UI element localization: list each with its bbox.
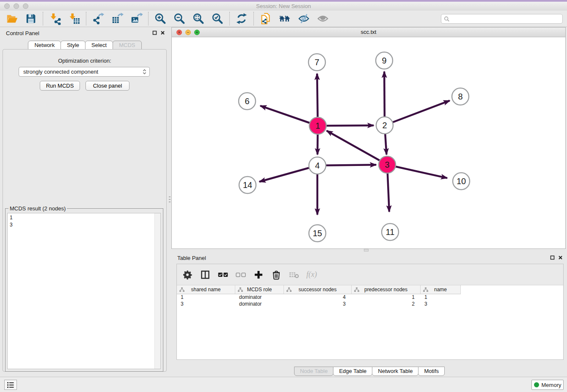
search-field[interactable] bbox=[441, 14, 563, 24]
hide-graphics-details-icon[interactable] bbox=[297, 12, 310, 25]
table-row[interactable]: 1dominator411 bbox=[177, 294, 563, 301]
run-mcds-button[interactable]: Run MCDS bbox=[40, 81, 80, 91]
select-all-columns-icon[interactable] bbox=[217, 269, 228, 280]
table-cell[interactable]: 3 bbox=[284, 301, 352, 307]
tab-motifs[interactable]: Motifs bbox=[418, 367, 445, 376]
tab-edge-table[interactable]: Edge Table bbox=[333, 367, 372, 376]
zoom-fit-icon[interactable] bbox=[192, 12, 205, 25]
table-panel-title: Table Panel bbox=[177, 255, 206, 261]
float-table-panel-icon[interactable] bbox=[550, 255, 555, 260]
table-cell[interactable]: 1 bbox=[177, 294, 235, 300]
export-image-icon[interactable] bbox=[130, 12, 143, 25]
graph-node-1[interactable]: 1 bbox=[309, 117, 326, 134]
graph-edge-1-6[interactable] bbox=[260, 106, 318, 126]
control-panel-title: Control Panel bbox=[6, 30, 39, 36]
table-cell[interactable]: 3 bbox=[177, 301, 235, 307]
svg-text:8: 8 bbox=[458, 92, 462, 101]
network-canvas[interactable]: 1234678910111415 bbox=[172, 37, 565, 248]
column-header-shared-name[interactable]: shared name bbox=[177, 285, 235, 294]
column-header-mcds-role[interactable]: MCDS role bbox=[235, 285, 284, 294]
close-window-button[interactable] bbox=[4, 3, 10, 9]
task-history-button[interactable] bbox=[4, 380, 17, 390]
tab-network[interactable]: Network bbox=[28, 41, 61, 50]
table-cell[interactable]: dominator bbox=[235, 294, 284, 300]
window-controls[interactable] bbox=[4, 3, 28, 9]
node-table: f(x) shared nameMCDS rolesuccessor nodes… bbox=[176, 264, 564, 360]
zoom-in-icon[interactable] bbox=[154, 12, 167, 25]
graph-node-7[interactable]: 7 bbox=[308, 54, 325, 71]
maximize-window-button[interactable] bbox=[23, 3, 28, 9]
network-maximize-button[interactable]: + bbox=[194, 30, 200, 35]
import-network-icon[interactable] bbox=[49, 12, 61, 25]
float-panel-icon[interactable] bbox=[152, 30, 157, 35]
table-cell[interactable]: 3 bbox=[421, 301, 461, 307]
vertical-splitter-handle[interactable] bbox=[169, 196, 171, 203]
graph-node-3[interactable]: 3 bbox=[379, 156, 396, 173]
graph-node-2[interactable]: 2 bbox=[376, 117, 393, 134]
column-header-name[interactable]: name bbox=[421, 285, 461, 294]
graph-node-10[interactable]: 10 bbox=[453, 173, 470, 190]
graph-edge-3-10[interactable] bbox=[387, 165, 447, 178]
tab-style[interactable]: Style bbox=[61, 41, 85, 50]
horizontal-splitter-handle[interactable] bbox=[364, 249, 369, 251]
table-row[interactable]: 3dominator323 bbox=[177, 301, 563, 307]
zoom-selected-icon[interactable] bbox=[211, 12, 224, 25]
graph-edge-3-1[interactable] bbox=[327, 131, 387, 165]
search-input[interactable] bbox=[450, 15, 562, 23]
tab-mcds[interactable]: MCDS bbox=[113, 41, 141, 50]
import-table-icon[interactable] bbox=[68, 12, 80, 25]
close-table-panel-icon[interactable] bbox=[558, 255, 563, 260]
graph-node-8[interactable]: 8 bbox=[452, 88, 469, 105]
mcds-scrollbar[interactable] bbox=[154, 213, 160, 369]
open-file-icon[interactable] bbox=[6, 12, 18, 25]
tab-network-table[interactable]: Network Table bbox=[372, 367, 418, 376]
gear-icon[interactable] bbox=[182, 269, 193, 280]
network-view-window: × − + scc.txt 1234678910111415 bbox=[171, 27, 566, 249]
network-window-title: scc.txt bbox=[172, 28, 565, 37]
graph-node-15[interactable]: 15 bbox=[309, 225, 326, 242]
memory-label: Memory bbox=[542, 382, 561, 388]
criterion-select[interactable]: strongly connected component bbox=[19, 67, 150, 77]
clone-network-icon[interactable] bbox=[259, 12, 272, 25]
column-header-successor-nodes[interactable]: successor nodes bbox=[284, 285, 352, 294]
delete-table-icon bbox=[289, 269, 300, 280]
table-cell[interactable]: 1 bbox=[352, 294, 421, 300]
column-layout-icon[interactable] bbox=[200, 269, 211, 280]
tab-node-table[interactable]: Node Table bbox=[294, 367, 334, 376]
minimize-window-button[interactable] bbox=[14, 3, 19, 9]
network-minimize-button[interactable]: − bbox=[185, 30, 191, 35]
search-icon bbox=[444, 16, 450, 22]
delete-column-icon[interactable] bbox=[271, 269, 282, 280]
zoom-out-icon[interactable] bbox=[173, 12, 186, 25]
export-table-icon[interactable] bbox=[111, 12, 124, 25]
graph-node-11[interactable]: 11 bbox=[382, 224, 399, 240]
graph-node-14[interactable]: 14 bbox=[239, 177, 256, 193]
app-titlebar: Session: New Session bbox=[0, 2, 567, 11]
mcds-result-list[interactable]: 13 bbox=[7, 213, 161, 369]
graph-edge-2-8[interactable] bbox=[385, 101, 450, 125]
export-network-icon[interactable] bbox=[92, 12, 105, 25]
unselect-all-columns-icon[interactable] bbox=[235, 269, 246, 280]
save-session-icon[interactable] bbox=[25, 12, 37, 25]
add-column-icon[interactable] bbox=[253, 269, 264, 280]
graph-node-4[interactable]: 4 bbox=[309, 157, 326, 174]
show-all-networks-icon[interactable] bbox=[278, 12, 291, 25]
close-panel-icon[interactable] bbox=[160, 30, 165, 35]
close-panel-button[interactable]: Close panel bbox=[85, 81, 129, 91]
column-header-predecessor-nodes[interactable]: predecessor nodes bbox=[352, 285, 421, 294]
tab-select[interactable]: Select bbox=[85, 41, 113, 50]
graph-edge-4-14[interactable] bbox=[259, 166, 317, 182]
eye-icon[interactable] bbox=[317, 12, 329, 25]
network-graph[interactable]: 1234678910111415 bbox=[172, 37, 565, 248]
network-window-titlebar[interactable]: × − + scc.txt bbox=[172, 28, 565, 37]
table-cell[interactable]: 2 bbox=[352, 301, 421, 307]
table-cell[interactable]: dominator bbox=[235, 301, 284, 307]
graph-node-9[interactable]: 9 bbox=[376, 52, 393, 69]
network-close-button[interactable]: × bbox=[176, 30, 182, 35]
graph-node-6[interactable]: 6 bbox=[239, 93, 256, 110]
apply-layout-icon[interactable] bbox=[235, 12, 248, 25]
memory-button[interactable]: Memory bbox=[531, 380, 564, 390]
table-cell[interactable]: 1 bbox=[421, 294, 461, 300]
status-bar: Memory bbox=[0, 377, 567, 392]
table-cell[interactable]: 4 bbox=[284, 294, 352, 300]
